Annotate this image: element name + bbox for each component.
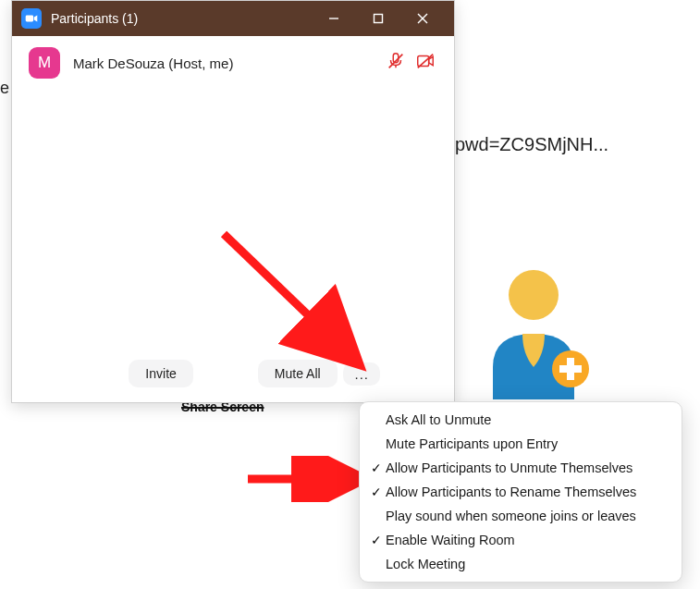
participant-status-icons xyxy=(386,51,436,75)
titlebar: Participants (1) xyxy=(12,1,454,36)
menu-item-allow-rename[interactable]: ✓ Allow Participants to Rename Themselve… xyxy=(360,480,682,504)
maximize-button[interactable] xyxy=(356,1,400,36)
window-title: Participants (1) xyxy=(51,11,312,26)
close-button[interactable] xyxy=(400,1,445,36)
menu-item-label: Play sound when someone joins or leaves xyxy=(386,509,636,523)
svg-rect-3 xyxy=(559,365,582,373)
mic-muted-icon xyxy=(386,51,406,75)
zoom-app-icon xyxy=(21,8,42,29)
invite-button[interactable]: Invite xyxy=(129,360,192,387)
participant-row[interactable]: M Mark DeSouza (Host, me) xyxy=(12,36,454,90)
svg-rect-6 xyxy=(375,15,383,23)
checkmark-icon: ✓ xyxy=(367,533,386,547)
background-url-fragment: pwd=ZC9SMjNH... xyxy=(455,134,608,155)
svg-rect-4 xyxy=(26,16,33,22)
participants-panel: Participants (1) M Mark DeSouza (Host, m… xyxy=(11,0,455,403)
add-user-illustration xyxy=(485,265,592,403)
menu-item-lock-meeting[interactable]: Lock Meeting xyxy=(360,552,682,576)
menu-item-label: Allow Participants to Unmute Themselves xyxy=(386,460,632,475)
mute-all-button[interactable]: Mute All xyxy=(258,360,338,387)
menu-item-play-sound[interactable]: Play sound when someone joins or leaves xyxy=(360,504,682,528)
more-options-button[interactable]: ... xyxy=(343,362,380,386)
menu-item-label: Mute Participants upon Entry xyxy=(386,436,558,451)
svg-point-0 xyxy=(509,270,559,320)
menu-item-mute-on-entry[interactable]: Mute Participants upon Entry xyxy=(360,432,682,456)
svg-rect-11 xyxy=(418,56,429,67)
menu-item-label: Enable Waiting Room xyxy=(386,533,515,547)
participants-actions: Invite Mute All ... xyxy=(12,349,454,402)
minimize-button[interactable] xyxy=(312,1,356,36)
menu-item-label: Allow Participants to Rename Themselves xyxy=(386,485,636,499)
menu-item-label: Lock Meeting xyxy=(386,557,465,571)
checkmark-icon: ✓ xyxy=(367,460,386,475)
background-text-fragment: e xyxy=(0,79,9,98)
more-options-menu: Ask All to Unmute Mute Participants upon… xyxy=(359,401,682,583)
menu-item-label: Ask All to Unmute xyxy=(386,412,491,427)
menu-item-ask-unmute[interactable]: Ask All to Unmute xyxy=(360,408,682,432)
avatar: M xyxy=(29,47,60,79)
annotation-arrow-icon xyxy=(243,456,368,502)
video-off-icon xyxy=(415,51,436,75)
menu-item-waiting-room[interactable]: ✓ Enable Waiting Room xyxy=(360,528,682,552)
participant-name: Mark DeSouza (Host, me) xyxy=(73,55,386,71)
checkmark-icon: ✓ xyxy=(367,485,386,499)
menu-item-allow-unmute[interactable]: ✓ Allow Participants to Unmute Themselve… xyxy=(360,456,682,480)
